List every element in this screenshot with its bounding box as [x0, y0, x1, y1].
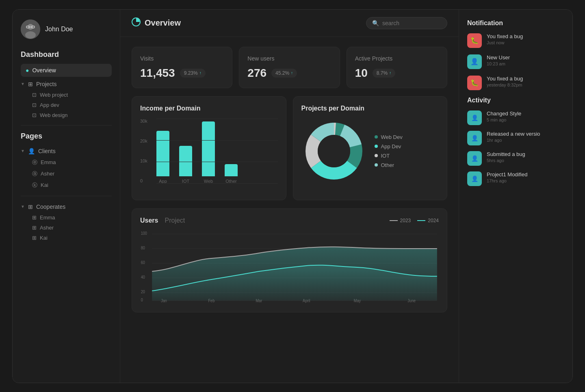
- chevron-down-icon: ▼: [21, 149, 25, 153]
- cooperates-icon: ⊞: [28, 204, 33, 210]
- stats-row: Visits 11,453 9.23% ↑ New users 276: [132, 47, 447, 88]
- search-icon: 🔍: [372, 20, 379, 26]
- activity-item-3: 👤 Project1 Modified 17hrs ago: [467, 171, 564, 186]
- legend-other: Other: [375, 162, 403, 168]
- app-dev-label: App dev: [40, 102, 59, 108]
- stat-badge-visits: 9.23% ↑: [180, 69, 206, 78]
- activity-title-2: Submitted a bug: [487, 151, 564, 157]
- bar-app: [156, 131, 169, 176]
- donut-chart-title: Projects per Domain: [301, 105, 439, 112]
- arrow-up-icon: ↑: [291, 71, 293, 75]
- legend-2024: 2024: [417, 218, 439, 223]
- cooperates-label: Cooperates: [36, 204, 65, 210]
- notification-item-2: 🐛 You fixed a bug yesterday 8:32pm: [467, 76, 564, 90]
- sidebar-item-asher[interactable]: ⓐ Asher: [21, 168, 112, 180]
- sidebar-divider-1: [21, 125, 112, 126]
- bar-chart: 30k 20k 10k 0: [140, 119, 278, 192]
- person-icon: ⓐ: [32, 170, 37, 178]
- stat-card-active-projects: Active Projects 10 8.7% ↑: [347, 47, 447, 88]
- content-area: Visits 11,453 9.23% ↑ New users 276: [120, 37, 459, 383]
- cooperates-list: ⊞ Emma ⊞ Asher ⊞ Kai: [21, 212, 112, 243]
- sidebar-item-kai[interactable]: ⓚ Kai: [21, 180, 112, 191]
- svg-text:0: 0: [141, 297, 143, 302]
- stat-label-active-projects: Active Projects: [355, 55, 439, 62]
- search-bar[interactable]: 🔍: [366, 17, 447, 29]
- svg-text:60: 60: [141, 260, 145, 265]
- svg-point-11: [318, 135, 350, 167]
- notification-item-1: 👤 New User 10:23 am: [467, 54, 564, 69]
- tab-project[interactable]: Project: [165, 217, 185, 224]
- chevron-down-icon: ▼: [21, 82, 25, 86]
- bar-iot: [179, 146, 192, 176]
- sidebar-item-emma[interactable]: ⓔ Emma: [21, 157, 112, 168]
- sidebar-divider-2: [21, 196, 112, 196]
- header-left: Overview: [132, 17, 181, 28]
- activity-title-0: Changed Style: [487, 110, 564, 117]
- clients-icon: 👤: [28, 148, 35, 154]
- activity-avatar-2: 👤: [467, 151, 482, 166]
- svg-text:80: 80: [141, 245, 145, 250]
- search-input[interactable]: [382, 20, 441, 26]
- activity-avatar-0: 👤: [467, 110, 482, 125]
- svg-point-2: [25, 31, 36, 39]
- notification-section-title: Notification: [467, 19, 564, 27]
- donut-legend: Web Dev App Dev IOT: [375, 134, 403, 168]
- activity-section-title: Activity: [467, 97, 564, 104]
- project-icon: ⊡: [32, 92, 37, 98]
- legend-app-dev: App Dev: [375, 143, 403, 149]
- sidebar-cooperate-asher[interactable]: ⊞ Asher: [21, 223, 112, 233]
- web-project-label: Web project: [40, 92, 68, 98]
- bar-other: [225, 164, 238, 176]
- main-content: Overview 🔍 Visits 11,453 9.23% ↑: [120, 10, 459, 383]
- notif-time-0: Just now: [487, 40, 564, 45]
- cooperates-group-header[interactable]: ▼ ⊞ Cooperates: [21, 201, 112, 212]
- sidebar-cooperate-emma[interactable]: ⊞ Emma: [21, 212, 112, 223]
- line-chart-header: Users Project 2023 2024: [140, 217, 439, 224]
- sidebar-item-web-project[interactable]: ⊡ Web project: [21, 90, 112, 100]
- activity-title-1: Released a new versio: [487, 131, 564, 137]
- clients-list: ⓔ Emma ⓐ Asher ⓚ Kai: [21, 157, 112, 191]
- bar-group-iot: IOT: [179, 146, 192, 184]
- tab-row: Users Project: [140, 217, 185, 224]
- bar-web: [202, 121, 215, 176]
- bar-chart-title: Income per Domain: [140, 105, 278, 112]
- activity-item-1: 👤 Released a new versio 1hr ago: [467, 131, 564, 145]
- right-panel: Notification 🐛 You fixed a bug Just now …: [459, 10, 572, 383]
- projects-group-header[interactable]: ▼ ⊞ Projects: [21, 78, 112, 90]
- notif-title-0: You fixed a bug: [487, 33, 564, 39]
- tab-users[interactable]: Users: [140, 217, 158, 224]
- stat-card-visits: Visits 11,453 9.23% ↑: [132, 47, 232, 88]
- projects-list: ⊡ Web project ⊡ App dev ⊡ Web design: [21, 90, 112, 120]
- line-chart-svg: 100 80 60 40 20 0 Jan: [140, 231, 439, 304]
- user-profile: John Doe: [21, 19, 112, 39]
- avatar: [21, 19, 40, 39]
- pie-chart-icon: [132, 17, 141, 28]
- activity-time-2: 5hrs ago: [487, 158, 564, 163]
- user-icon-1: 👤: [467, 54, 482, 69]
- notif-title-2: You fixed a bug: [487, 76, 564, 82]
- projects-label: Projects: [36, 81, 57, 87]
- bar-group-web: Web: [202, 121, 215, 184]
- activity-item-2: 👤 Submitted a bug 5hrs ago: [467, 151, 564, 166]
- group-icon: ⊞: [32, 214, 37, 221]
- header-title: Overview: [145, 18, 181, 28]
- legend-iot: IOT: [375, 153, 403, 159]
- svg-text:40: 40: [141, 275, 145, 279]
- sidebar-item-app-dev[interactable]: ⊡ App dev: [21, 100, 112, 110]
- bar-grid-lines: [156, 119, 278, 184]
- donut-chart-card: Projects per Domain: [293, 96, 448, 200]
- clients-group-header[interactable]: ▼ 👤 Clients: [21, 145, 112, 157]
- stat-card-new-users: New users 276 45.2% ↑: [239, 47, 340, 88]
- group-icon: ⊞: [32, 225, 37, 231]
- user-name: John Doe: [45, 26, 73, 33]
- sidebar-item-web-design[interactable]: ⊡ Web design: [21, 110, 112, 120]
- stat-badge-new-users: 45.2% ↑: [271, 69, 297, 78]
- activity-time-0: 5 min ago: [487, 117, 564, 122]
- sidebar-cooperate-kai[interactable]: ⊞ Kai: [21, 233, 112, 243]
- bar-group-app: App: [156, 131, 169, 184]
- person-icon: ⓔ: [32, 159, 37, 166]
- svg-text:100: 100: [141, 231, 147, 236]
- stat-label-new-users: New users: [247, 55, 331, 62]
- web-design-label: Web design: [40, 112, 67, 118]
- sidebar-item-overview[interactable]: ● Overview: [21, 64, 112, 77]
